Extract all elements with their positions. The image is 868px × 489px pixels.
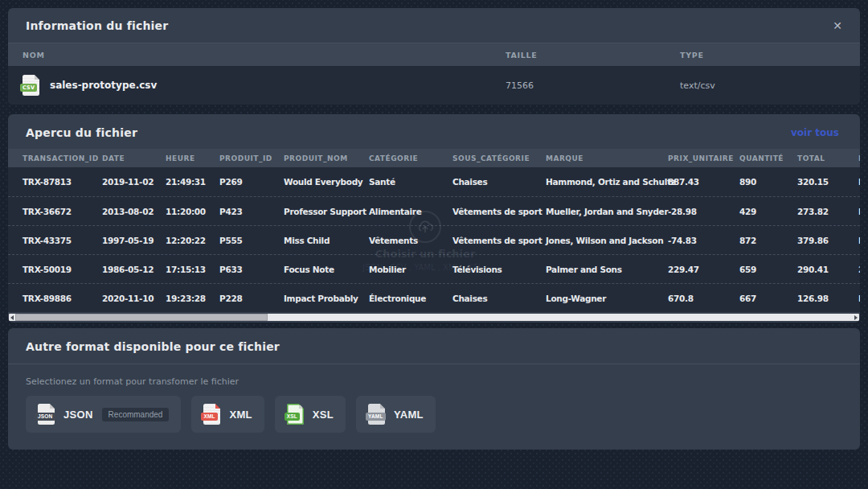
format-options-row: JSON JSON Recommanded XML XML XSL XSL YA… (8, 396, 860, 433)
file-name: sales-prototype.csv (50, 80, 157, 91)
formats-title: Autre format disponible pour ce fichier (26, 340, 842, 353)
xml-file-icon: XML (203, 404, 220, 425)
table-cell: TRX-87813 (23, 177, 102, 187)
table-cell: 429 (739, 207, 797, 216)
table-cell: 887.43 (668, 177, 739, 187)
table-cell: 872 (739, 236, 797, 245)
preview-header-row: TRANSACTION_IDDATEHEUREPRODUIT_IDPRODUIT… (8, 149, 860, 167)
json-file-icon: JSON (38, 404, 55, 425)
table-cell: Jones, Wilson and Jackson (546, 236, 668, 245)
preview-column-header: QUANTITÉ (739, 154, 797, 162)
scrollbar-thumb[interactable] (15, 314, 268, 321)
table-cell: P633 (219, 265, 284, 274)
preview-column-header: TRANSACTION_ID (23, 154, 102, 162)
file-name-cell: CSV sales-prototype.csv (23, 75, 506, 96)
table-row: TRX-898862020-11-1019:23:28P228Impact Pr… (8, 283, 860, 312)
table-cell: Focus Note (284, 265, 369, 274)
table-cell: TRX-89886 (23, 294, 102, 303)
table-cell: 659 (739, 265, 797, 274)
table-cell: TRX-36672 (23, 207, 102, 216)
table-cell: P228 (219, 294, 284, 303)
table-cell: 2020-11-10 (102, 294, 166, 303)
format-xml-button[interactable]: XML XML (191, 396, 264, 433)
table-cell: Vêtements de sport (452, 207, 546, 216)
table-cell: Professor Support (284, 207, 369, 216)
format-xsl-button[interactable]: XSL XSL (275, 396, 346, 433)
file-info-title: Information du fichier (26, 19, 168, 32)
table-cell: 379.86 (797, 236, 858, 245)
preview-column-header: M (858, 154, 860, 162)
table-cell: Vêtements (369, 236, 452, 245)
preview-table-body: TRX-878132019-11-0221:49:31P269Would Eve… (8, 167, 860, 312)
preview-title: Apercu du fichier (26, 126, 137, 139)
table-row: TRX-366722013-08-0211:20:00P423Professor… (8, 196, 860, 225)
table-cell: Would Everybody (284, 177, 369, 187)
table-cell: M (858, 236, 860, 245)
format-label: YAML (394, 409, 424, 421)
xsl-file-icon: XSL (287, 404, 304, 425)
table-cell: 17:15:13 (166, 265, 219, 274)
table-cell: 2013-08-02 (102, 207, 166, 216)
horizontal-scrollbar[interactable] (9, 314, 859, 321)
preview-header: Apercu du fichier voir tous (8, 114, 860, 149)
table-cell: 11:20:00 (166, 207, 219, 216)
table-cell: 670.8 (668, 294, 739, 303)
view-all-link[interactable]: voir tous (791, 127, 839, 138)
file-size: 71566 (506, 80, 680, 91)
table-cell: 890 (739, 177, 797, 187)
table-cell: M (858, 207, 860, 216)
table-cell: 21:49:31 (166, 177, 219, 187)
preview-column-header: TOTAL (797, 154, 858, 162)
recommended-badge: Recommanded (102, 408, 170, 421)
table-cell: M (858, 177, 860, 187)
column-header-nom: NOM (23, 51, 506, 60)
table-cell: TRX-43375 (23, 236, 102, 245)
table-cell: -28.98 (668, 207, 739, 216)
table-cell: Chaises (452, 294, 546, 303)
column-header-type: TYPE (680, 51, 860, 60)
table-cell: 273.82 (797, 207, 858, 216)
table-cell: Hammond, Ortiz and Schultz (546, 177, 668, 187)
file-preview-panel: Apercu du fichier voir tous TRANSACTION_… (8, 114, 860, 323)
table-cell: Santé (369, 177, 452, 187)
file-info-row: CSV sales-prototype.csv 71566 text/csv (8, 66, 860, 105)
file-info-panel: Information du fichier ✕ NOM TAILLE TYPE… (8, 8, 860, 105)
csv-file-icon: CSV (23, 75, 39, 96)
preview-column-header: SOUS_CATÉGORIE (452, 154, 546, 162)
table-cell: Long-Wagner (546, 294, 668, 303)
preview-column-header: DATE (102, 154, 166, 162)
format-label: JSON (63, 409, 93, 421)
format-json-button[interactable]: JSON JSON Recommanded (26, 396, 181, 433)
table-cell: 1997-05-19 (102, 236, 166, 245)
table-cell: 12:20:22 (166, 236, 219, 245)
table-cell: Vêtements de sport (452, 236, 546, 245)
table-cell: 2 (858, 265, 860, 274)
scroll-right-arrow[interactable] (853, 314, 859, 321)
formats-header: Autre format disponible pour ce fichier (8, 328, 860, 364)
table-cell: 320.15 (797, 177, 858, 187)
table-cell: TRX-50019 (23, 265, 102, 274)
preview-column-header: MARQUE (546, 154, 668, 162)
table-cell: -74.83 (668, 236, 739, 245)
preview-column-header: CATÉGORIE (369, 154, 452, 162)
table-cell: Impact Probably (284, 294, 369, 303)
preview-column-header: PRODUIT_NOM (284, 154, 369, 162)
table-cell: Télévisions (452, 265, 546, 274)
table-cell: 19:23:28 (166, 294, 219, 303)
table-cell: 126.98 (797, 294, 858, 303)
scroll-left-arrow[interactable] (9, 314, 15, 321)
table-cell: Mueller, Jordan and Snyder (546, 207, 668, 216)
preview-column-header: PRODUIT_ID (219, 154, 284, 162)
preview-column-header: HEURE (166, 154, 219, 162)
table-cell: Miss Child (284, 236, 369, 245)
table-cell: 2019-11-02 (102, 177, 166, 187)
yaml-file-icon: YAML (368, 404, 385, 425)
close-icon[interactable]: ✕ (833, 20, 842, 31)
table-cell: P269 (219, 177, 284, 187)
format-label: XML (229, 409, 252, 421)
table-cell: 1986-05-12 (102, 265, 166, 274)
format-yaml-button[interactable]: YAML YAML (356, 396, 436, 433)
table-row: TRX-433751997-05-1912:20:22P555Miss Chil… (8, 225, 860, 254)
table-row: TRX-878132019-11-0221:49:31P269Would Eve… (8, 167, 860, 196)
table-row: TRX-500191986-05-1217:15:13P633Focus Not… (8, 254, 860, 283)
